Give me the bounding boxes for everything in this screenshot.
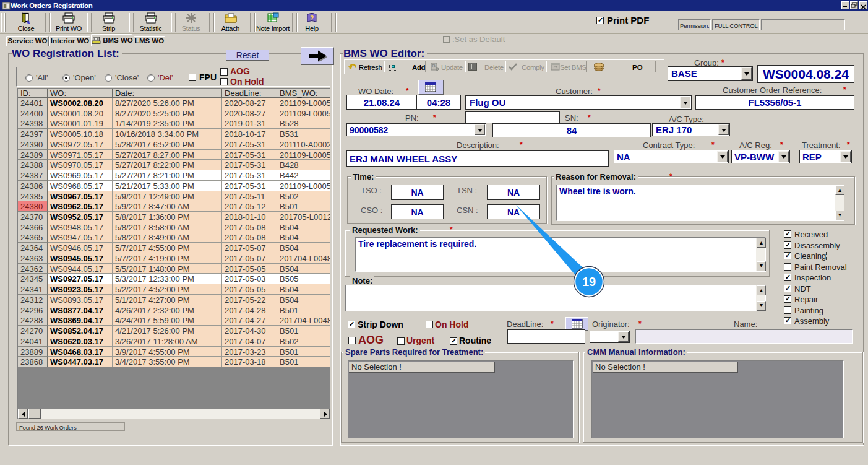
svg-text:19: 19 [582, 275, 596, 289]
